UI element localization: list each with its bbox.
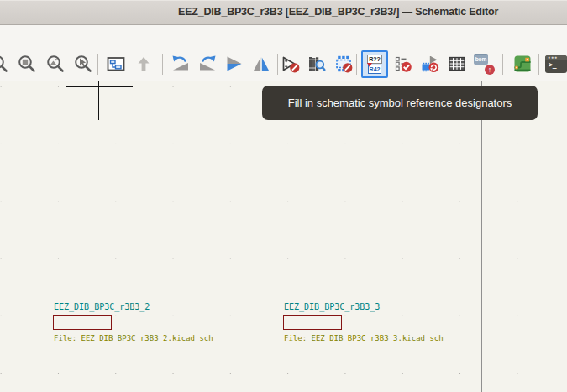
- zoom-to-objects-icon: [45, 54, 66, 74]
- toolbar-separator: [356, 54, 357, 75]
- zoom-to-selection-button[interactable]: [71, 51, 95, 76]
- footprint-editor-button[interactable]: [332, 51, 355, 76]
- schematic-editor-window: EEZ_DIB_BP3C_r3B3 [EEZ_DIB_BP3C_r3B3/] —…: [0, 0, 567, 392]
- assign-footprints-icon: [420, 54, 440, 74]
- sheet-name: EEZ_DIB_BP3C_r3B3_3: [284, 302, 380, 311]
- hierarchical-sheet[interactable]: EEZ_DIB_BP3C_r3B3_2 File: EEZ_DIB_BP3C_r…: [53, 302, 238, 344]
- symbol-library-browser-icon: [307, 54, 327, 74]
- leave-sheet-icon: [134, 54, 154, 74]
- mirror-horizontally-button[interactable]: [249, 51, 273, 76]
- toolbar-separator: [97, 54, 98, 75]
- hierarchy-navigator-button[interactable]: [104, 51, 128, 76]
- mirror-vertically-button[interactable]: [223, 51, 246, 76]
- schematic-canvas[interactable]: EEZ_DIB_BP3C_r3B3_2 File: EEZ_DIB_BP3C_r…: [0, 81, 567, 392]
- bom-button[interactable]: bom ↑: [472, 51, 496, 76]
- zoom-to-selection-icon: [73, 54, 93, 74]
- window-title: EEZ_DIB_BP3C_r3B3 [EEZ_DIB_BP3C_r3B3/] —…: [178, 6, 498, 18]
- mirror-vertically-icon: [224, 54, 244, 74]
- zoom-out-icon: [0, 54, 9, 74]
- symbol-editor-button[interactable]: [279, 51, 302, 76]
- hierarchy-navigator-icon: [106, 54, 126, 74]
- sheet-outline[interactable]: [53, 315, 112, 330]
- rotate-counterclockwise-button[interactable]: [169, 51, 192, 76]
- symbol-fields-table-button[interactable]: [445, 51, 469, 76]
- footprint-editor-icon: [333, 54, 354, 74]
- mirror-horizontally-icon: [251, 54, 271, 74]
- erc-checklist-icon: [393, 54, 413, 74]
- toolbar-separator: [502, 54, 503, 75]
- main-toolbar: R?? R42: [0, 49, 567, 81]
- bom-up-arrow-icon: ↑: [485, 65, 495, 75]
- symbol-library-browser-button[interactable]: [305, 51, 328, 76]
- zoom-to-fit-button[interactable]: [15, 51, 39, 76]
- pcb-editor-button[interactable]: [511, 51, 534, 76]
- rotate-counterclockwise-icon: [171, 54, 191, 74]
- tooltip: Fill in schematic symbol reference desig…: [262, 86, 538, 120]
- zoom-to-fit-icon: [17, 54, 37, 74]
- rotate-clockwise-button[interactable]: [196, 51, 219, 76]
- tooltip-text: Fill in schematic symbol reference desig…: [288, 97, 512, 109]
- title-bar[interactable]: EEZ_DIB_BP3C_r3B3 [EEZ_DIB_BP3C_r3B3/] —…: [0, 0, 567, 25]
- crosshair-vertical: [98, 81, 99, 120]
- annotate-button[interactable]: R?? R42: [361, 50, 388, 78]
- sheet-file-label: File: EEZ_DIB_BP3C_r3B3_2.kicad_sch: [54, 334, 213, 342]
- erc-button[interactable]: [391, 51, 415, 76]
- sheet-name: EEZ_DIB_BP3C_r3B3_2: [54, 302, 150, 311]
- command-console-button[interactable]: ●●● >_: [544, 51, 567, 76]
- zoom-out-button[interactable]: [0, 51, 11, 76]
- sheet-file-label: File: EEZ_DIB_BP3C_r3B3_3.kicad_sch: [284, 334, 444, 342]
- sheet-outline[interactable]: [283, 315, 342, 330]
- leave-sheet-button[interactable]: [132, 51, 155, 76]
- pcb-editor-icon: [512, 54, 533, 74]
- annotate-down-arrow-icon: [367, 63, 372, 70]
- symbol-fields-table-icon: [447, 54, 467, 74]
- terminal-icon: ●●● >_: [545, 55, 567, 73]
- zoom-to-objects-button[interactable]: [44, 51, 67, 76]
- toolbar-separator: [277, 54, 278, 75]
- rotate-clockwise-icon: [197, 54, 218, 74]
- bom-chip: bom: [474, 54, 488, 65]
- toolbar-separator: [538, 54, 539, 75]
- menu-bar: [0, 25, 567, 49]
- assign-footprints-button[interactable]: [418, 51, 442, 76]
- symbol-editor-icon: [281, 54, 301, 74]
- crosshair-horizontal: [66, 86, 133, 87]
- hierarchical-sheet[interactable]: EEZ_DIB_BP3C_r3B3_3 File: EEZ_DIB_BP3C_r…: [283, 302, 468, 344]
- terminal-dots: ●●●: [548, 56, 558, 59]
- page-border-line: [481, 81, 482, 392]
- toolbar-separator: [162, 54, 163, 75]
- terminal-prompt: >_: [549, 61, 557, 70]
